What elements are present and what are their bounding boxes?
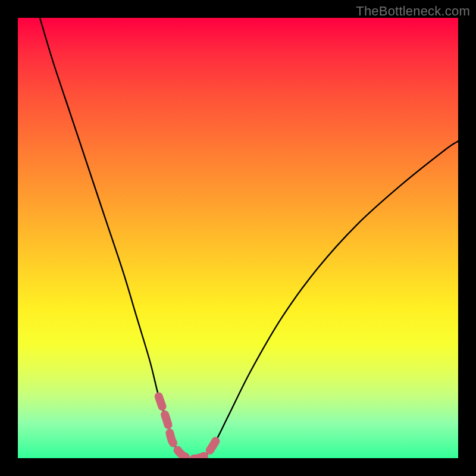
curve-layer (18, 18, 458, 458)
bottleneck-curve-path (40, 18, 458, 458)
watermark-text: TheBottleneck.com (356, 4, 470, 19)
chart-frame: TheBottleneck.com (0, 0, 476, 476)
highlight-segment-path (159, 396, 216, 458)
plot-area (18, 18, 458, 458)
